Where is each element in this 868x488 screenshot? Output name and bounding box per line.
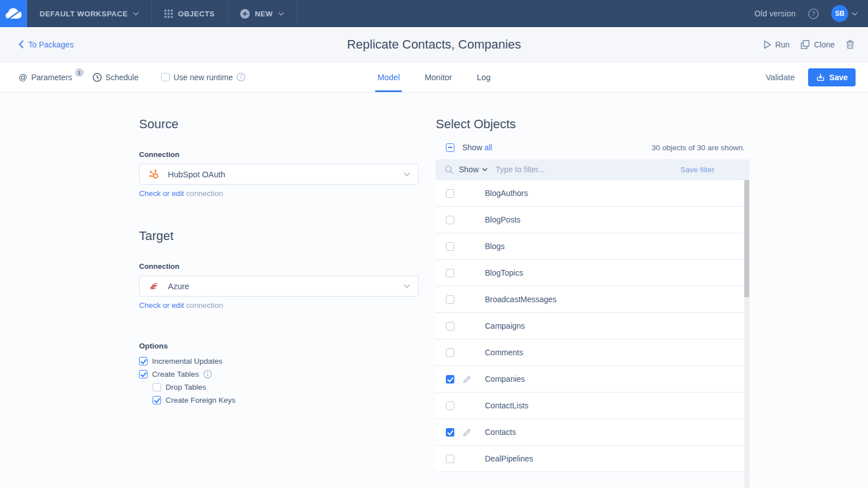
object-checkbox[interactable] — [446, 242, 454, 251]
save-filter-link[interactable]: Save filter — [680, 165, 714, 174]
delete-button[interactable] — [846, 40, 854, 49]
option-row[interactable]: Drop Tables — [139, 381, 419, 394]
nav-new[interactable]: NEW — [228, 0, 297, 27]
object-row[interactable]: Comments — [436, 339, 749, 366]
back-to-packages-link[interactable]: To Packages — [19, 40, 73, 49]
select-objects-panel: Select Objects Show all 30 objects of 30… — [436, 117, 749, 488]
object-checkbox[interactable] — [446, 402, 454, 410]
object-checkbox[interactable] — [446, 348, 454, 357]
at-icon: @ — [19, 72, 27, 82]
svg-text:?: ? — [811, 10, 815, 17]
tab-monitor[interactable]: Monitor — [424, 62, 452, 92]
tab-model[interactable]: Model — [377, 62, 400, 92]
object-checkbox[interactable] — [446, 322, 454, 330]
object-row[interactable]: Companies — [436, 366, 749, 393]
info-icon — [203, 370, 212, 378]
play-icon — [763, 40, 771, 49]
run-button[interactable]: Run — [763, 40, 790, 49]
target-check-edit-link[interactable]: Check or edit connection — [139, 301, 419, 310]
filter-bar: Show Save filter — [436, 159, 749, 180]
help-icon[interactable]: ? — [808, 8, 819, 19]
show-all-link[interactable]: all — [484, 143, 492, 152]
info-icon — [237, 73, 245, 81]
target-connection-value: Azure — [168, 282, 189, 291]
clone-button[interactable]: Clone — [801, 40, 835, 49]
scrollbar-thumb[interactable] — [744, 180, 749, 297]
chevron-down-icon — [133, 12, 139, 16]
option-row[interactable]: Create Foreign Keys — [139, 394, 419, 407]
object-checkbox[interactable] — [446, 428, 454, 437]
option-checkbox[interactable] — [139, 357, 147, 365]
object-row[interactable]: DealPipelines — [436, 446, 749, 472]
object-checkbox[interactable] — [446, 375, 454, 384]
avatar: SB — [831, 5, 848, 22]
model-toolbar: @ Parameters 1 Schedule Use new runtime — [0, 62, 868, 93]
source-connection-value: HubSpot OAuth — [168, 170, 225, 179]
grid-icon — [164, 10, 173, 18]
parameters-label: Parameters — [31, 73, 72, 82]
schedule-label: Schedule — [106, 73, 138, 82]
object-row[interactable]: Contacts — [436, 419, 749, 446]
azure-sql-icon — [149, 281, 160, 292]
schedule-button[interactable]: Schedule — [93, 73, 138, 82]
parameters-badge: 1 — [75, 68, 84, 77]
edit-pencil-icon[interactable] — [463, 428, 471, 437]
option-checkbox[interactable] — [153, 383, 161, 391]
objects-list: BlogAuthors BlogPosts Blogs BlogTopics — [436, 180, 749, 472]
chevron-down-icon — [278, 12, 284, 16]
source-check-edit-link[interactable]: Check or edit connection — [139, 189, 419, 198]
run-label: Run — [775, 40, 790, 49]
option-checkbox[interactable] — [139, 370, 147, 378]
runtime-checkbox[interactable] — [161, 73, 170, 81]
nav-objects[interactable]: OBJECTS — [152, 0, 228, 27]
object-checkbox[interactable] — [446, 216, 454, 224]
new-label: NEW — [255, 10, 273, 18]
option-row[interactable]: Create Tables — [139, 368, 419, 381]
chevron-down-icon — [482, 168, 488, 172]
target-connection-label: Connection — [139, 262, 419, 271]
user-menu[interactable]: SB — [831, 5, 858, 22]
save-button[interactable]: Save — [808, 68, 856, 86]
app-logo[interactable] — [0, 0, 27, 27]
old-version-link[interactable]: Old version — [754, 9, 796, 18]
edit-pencil-icon[interactable] — [463, 375, 471, 384]
object-row[interactable]: BlogAuthors — [436, 180, 749, 207]
plus-circle-icon — [240, 9, 250, 19]
header-actions: Run Clone — [763, 40, 854, 49]
target-connection-select[interactable]: Azure — [139, 276, 419, 297]
object-row[interactable]: Blogs — [436, 233, 749, 260]
options-list: Incremental Updates Create Tables Drop T… — [139, 355, 419, 407]
top-nav: DEFAULT WORKSPACE OBJECTS NEW — [0, 0, 868, 27]
tab-log[interactable]: Log — [477, 62, 491, 92]
parameters-button[interactable]: @ Parameters 1 — [19, 72, 85, 82]
use-new-runtime-toggle[interactable]: Use new runtime — [161, 73, 245, 82]
object-row[interactable]: Campaigns — [436, 313, 749, 339]
workspace-label: DEFAULT WORKSPACE — [40, 10, 128, 18]
objects-label: OBJECTS — [178, 10, 215, 18]
object-row[interactable]: ContactLists — [436, 393, 749, 419]
hubspot-icon — [149, 169, 160, 180]
clone-label: Clone — [814, 40, 835, 49]
source-connection-select[interactable]: HubSpot OAuth — [139, 164, 419, 185]
select-all-checkbox[interactable] — [446, 143, 454, 152]
object-checkbox[interactable] — [446, 295, 454, 304]
workspace-switcher[interactable]: DEFAULT WORKSPACE — [27, 0, 152, 27]
filter-field-select[interactable]: Show — [459, 165, 488, 174]
select-objects-heading: Select Objects — [436, 117, 749, 132]
show-all-row: Show all 30 objects of 30 are shown. — [436, 143, 749, 152]
option-row[interactable]: Incremental Updates — [139, 355, 419, 368]
object-row[interactable]: BlogPosts — [436, 207, 749, 233]
scrollbar-track[interactable] — [744, 180, 749, 488]
filter-input[interactable] — [496, 165, 680, 174]
save-icon — [816, 73, 825, 82]
object-checkbox[interactable] — [446, 189, 454, 198]
option-checkbox[interactable] — [153, 396, 161, 404]
object-checkbox[interactable] — [446, 269, 454, 277]
chevron-down-icon — [852, 12, 858, 16]
chevron-down-icon — [403, 172, 410, 177]
validate-button[interactable]: Validate — [766, 73, 795, 82]
object-row[interactable]: BlogTopics — [436, 260, 749, 286]
object-row[interactable]: BroadcastMessages — [436, 286, 749, 313]
object-checkbox[interactable] — [446, 455, 454, 463]
clone-icon — [801, 40, 810, 49]
